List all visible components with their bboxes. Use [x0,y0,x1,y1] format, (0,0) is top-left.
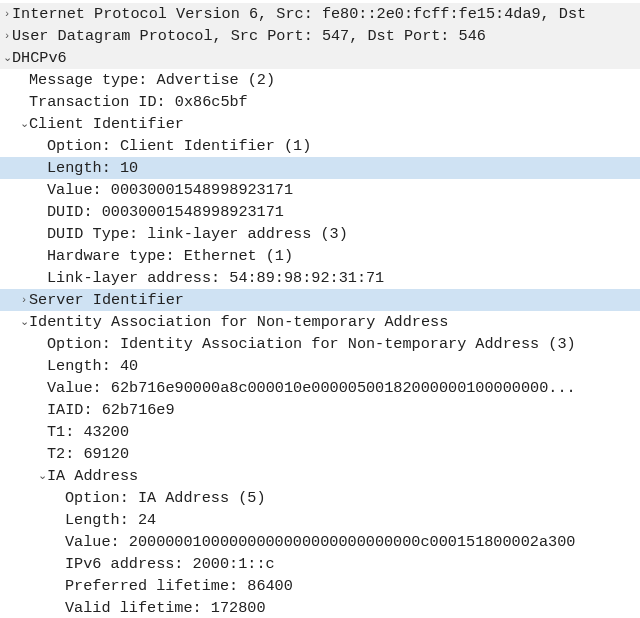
client-duid-text: DUID: 00030001548998923171 [47,203,284,221]
chevron-right-icon: › [2,25,12,46]
ia-ipv6-text: IPv6 address: 2000:1::c [65,555,275,573]
iana-t1-text: T1: 43200 [47,423,129,441]
spacer-icon [55,509,65,530]
message-type-text: Message type: Advertise (2) [29,71,275,89]
spacer-icon [37,377,47,398]
client-hw-type-row[interactable]: Hardware type: Ethernet (1) [0,245,640,267]
ia-option-row[interactable]: Option: IA Address (5) [0,487,640,509]
spacer-icon [37,355,47,376]
iana-iaid-text: IAID: 62b716e9 [47,401,175,419]
iana-header-row[interactable]: ⌄Identity Association for Non-temporary … [0,311,640,333]
spacer-icon [55,597,65,618]
spacer-icon [37,179,47,200]
iana-value-text: Value: 62b716e90000a8c000010e00000500182… [47,379,576,397]
iana-iaid-row[interactable]: IAID: 62b716e9 [0,399,640,421]
server-identifier-text: Server Identifier [29,291,184,309]
spacer-icon [37,267,47,288]
spacer-icon [37,223,47,244]
iana-length-row[interactable]: Length: 40 [0,355,640,377]
transaction-id-text: Transaction ID: 0x86c5bf [29,93,248,111]
chevron-down-icon: ⌄ [19,311,29,332]
client-length-text: Length: 10 [47,159,138,177]
server-identifier-row[interactable]: ›Server Identifier [0,289,640,311]
spacer-icon [37,333,47,354]
client-value-text: Value: 00030001548998923171 [47,181,293,199]
udp-header-text: User Datagram Protocol, Src Port: 547, D… [12,27,486,45]
client-option-row[interactable]: Option: Client Identifier (1) [0,135,640,157]
iana-t2-row[interactable]: T2: 69120 [0,443,640,465]
ia-value-text: Value: 20000001000000000000000000000000c… [65,533,575,551]
chevron-down-icon: ⌄ [19,113,29,134]
chevron-down-icon: ⌄ [2,47,12,68]
udp-header-row[interactable]: ›User Datagram Protocol, Src Port: 547, … [0,25,640,47]
packet-details-pane[interactable]: ›Internet Protocol Version 6, Src: fe80:… [0,0,640,618]
iana-length-text: Length: 40 [47,357,138,375]
ia-valid-row[interactable]: Valid lifetime: 172800 [0,597,640,618]
chevron-down-icon: ⌄ [37,465,47,486]
spacer-icon [19,91,29,112]
chevron-right-icon: › [19,289,29,310]
ipv6-header-text: Internet Protocol Version 6, Src: fe80::… [12,5,586,23]
ia-pref-text: Preferred lifetime: 86400 [65,577,293,595]
iana-header-text: Identity Association for Non-temporary A… [29,313,448,331]
ia-address-header-text: IA Address [47,467,138,485]
spacer-icon [37,201,47,222]
client-identifier-text: Client Identifier [29,115,184,133]
ia-ipv6-row[interactable]: IPv6 address: 2000:1::c [0,553,640,575]
ia-value-row[interactable]: Value: 20000001000000000000000000000000c… [0,531,640,553]
spacer-icon [37,157,47,178]
ia-valid-text: Valid lifetime: 172800 [65,599,266,617]
spacer-icon [55,553,65,574]
client-option-text: Option: Client Identifier (1) [47,137,311,155]
ia-length-text: Length: 24 [65,511,156,529]
iana-t2-text: T2: 69120 [47,445,129,463]
spacer-icon [55,487,65,508]
ipv6-header-row[interactable]: ›Internet Protocol Version 6, Src: fe80:… [0,3,640,25]
chevron-right-icon: › [2,3,12,24]
client-duid-type-text: DUID Type: link-layer address (3) [47,225,348,243]
spacer-icon [37,443,47,464]
spacer-icon [37,421,47,442]
client-hw-type-text: Hardware type: Ethernet (1) [47,247,293,265]
spacer-icon [37,399,47,420]
client-value-row[interactable]: Value: 00030001548998923171 [0,179,640,201]
iana-value-row[interactable]: Value: 62b716e90000a8c000010e00000500182… [0,377,640,399]
message-type-row[interactable]: Message type: Advertise (2) [0,69,640,91]
client-duid-type-row[interactable]: DUID Type: link-layer address (3) [0,223,640,245]
spacer-icon [19,69,29,90]
client-identifier-row[interactable]: ⌄Client Identifier [0,113,640,135]
iana-option-text: Option: Identity Association for Non-tem… [47,335,576,353]
spacer-icon [55,575,65,596]
transaction-id-row[interactable]: Transaction ID: 0x86c5bf [0,91,640,113]
client-ll-addr-text: Link-layer address: 54:89:98:92:31:71 [47,269,384,287]
iana-t1-row[interactable]: T1: 43200 [0,421,640,443]
spacer-icon [55,531,65,552]
client-length-row[interactable]: Length: 10 [0,157,640,179]
spacer-icon [37,245,47,266]
ia-option-text: Option: IA Address (5) [65,489,266,507]
spacer-icon [37,135,47,156]
ia-pref-row[interactable]: Preferred lifetime: 86400 [0,575,640,597]
dhcpv6-header-text: DHCPv6 [12,49,67,67]
dhcpv6-header-row[interactable]: ⌄DHCPv6 [0,47,640,69]
iana-option-row[interactable]: Option: Identity Association for Non-tem… [0,333,640,355]
ia-address-header-row[interactable]: ⌄IA Address [0,465,640,487]
client-ll-addr-row[interactable]: Link-layer address: 54:89:98:92:31:71 [0,267,640,289]
ia-length-row[interactable]: Length: 24 [0,509,640,531]
client-duid-row[interactable]: DUID: 00030001548998923171 [0,201,640,223]
